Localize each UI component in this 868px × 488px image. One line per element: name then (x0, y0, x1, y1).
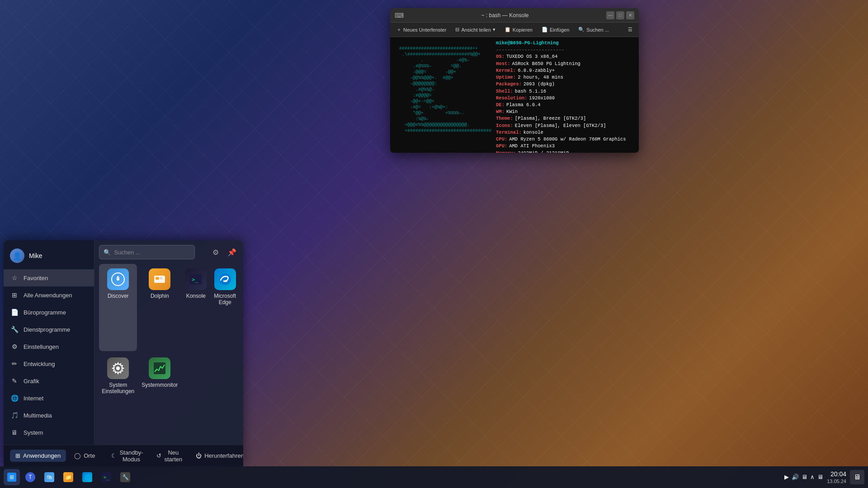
standby-btn[interactable]: ☾ Standby-Modus (106, 446, 148, 465)
sidebar-item-label: Favoriten (24, 275, 48, 282)
volume-icon: 🔊 (792, 474, 799, 480)
svg-rect-3 (156, 277, 159, 280)
desktop-icon: 🖥 (854, 473, 861, 481)
terminal-copy-btn[interactable]: 📋 Kopieren (501, 24, 536, 35)
avatar: 👤 (10, 249, 24, 263)
sidebar-item-grafik[interactable]: ✎ Grafik (4, 372, 94, 389)
sysinfo-resolution: Resolution: 868x488 (496, 95, 626, 102)
sidebar-item-label: Dienstprogramme (24, 326, 70, 333)
multimedia-icon: 🎵 (10, 411, 19, 420)
apps-grid: Discover Dolphin >_ Konsole (99, 264, 239, 440)
app-item-konsole[interactable]: >_ Konsole (182, 264, 209, 351)
sidebar-item-multimedia[interactable]: 🎵 Multimedia (4, 407, 94, 424)
sidebar-username: Mike (29, 252, 42, 259)
sysinfo-cpu: CPU: AMD Ryzen 5 8600G w/ Radeon 760M Gr… (496, 136, 626, 143)
taskbar: ⊞ T 🛍 📁 🌐 >_ 🔧 ▶ 🔊 🖥 ∧ 🖥 20:04 13.05.24 … (0, 466, 868, 488)
sidebar-item-dienstprogramme[interactable]: 🔧 Dienstprogramme (4, 321, 94, 338)
terminal-taskbar-btn[interactable]: >_ (98, 469, 115, 485)
clock-time: 20:04 (827, 470, 846, 478)
sidebar-item-system[interactable]: 🖥 System (4, 424, 94, 441)
settings-btn[interactable]: ⚙ (209, 245, 222, 259)
terminal-title: ~ : bash — Konsole (407, 12, 603, 19)
svg-text:>_: >_ (192, 277, 198, 283)
sysinfo-packages: Packages: 2093 (dpkg) (496, 81, 626, 88)
sysinfo-terminal: Terminal: konsole (496, 129, 626, 136)
expand-icon[interactable]: ∧ (810, 474, 815, 480)
alle-anwendungen-icon: ⊞ (10, 291, 19, 300)
sysinfo-host: Host: ASRock B650 PG Lightning (496, 61, 626, 67)
start-search-row: 🔍 ⚙ 📌 (99, 245, 239, 259)
terminal-view-split-btn[interactable]: ⊟ Ansicht teilen ▾ (452, 24, 499, 35)
tuxedo-icon: T (25, 472, 35, 482)
tuxedo-control-btn[interactable]: T (22, 469, 39, 485)
monitor-icon: 🖥 (817, 474, 823, 480)
discover-taskbar-btn[interactable]: 🛍 (41, 469, 58, 485)
system-icon: 🖥 (10, 428, 19, 437)
sidebar-item-label: Einstellungen (24, 343, 59, 350)
play-icon: ▶ (784, 474, 789, 480)
sysinfo-icons: Icons: Eleven [Plasma], Eleven [GTK2/3] (496, 122, 626, 129)
svg-rect-4 (160, 277, 162, 278)
app-item-system-settings[interactable]: System Einstellungen (99, 353, 137, 440)
app-item-discover[interactable]: Discover (99, 264, 137, 351)
bottom-orte-btn[interactable]: ◯ Orte (69, 450, 100, 462)
systemmonitor-label: Systemmonitor (142, 382, 178, 388)
dolphin-icon (149, 268, 170, 290)
terminal-body[interactable]: ###########################++ .\########… (390, 37, 639, 153)
pin-btn[interactable]: 📌 (225, 245, 239, 259)
terminal-minimize-btn[interactable]: — (606, 11, 614, 19)
start-menu: 👤 Mike ☆ Favoriten ⊞ Alle Anwendungen 📄 … (4, 240, 243, 466)
discover-tb-icon: 🛍 (44, 472, 54, 482)
extra-taskbar-btn[interactable]: 🔧 (117, 469, 134, 485)
bottom-anwendungen-btn[interactable]: ⊞ Anwendungen (10, 450, 66, 462)
sidebar-item-alle-anwendungen[interactable]: ⊞ Alle Anwendungen (4, 286, 94, 304)
sidebar-item-bueroprogramme[interactable]: 📄 Büroprogramme (4, 304, 94, 321)
dienstprogramme-icon: 🔧 (10, 325, 19, 334)
show-desktop-btn[interactable]: 🖥 (850, 470, 864, 484)
anwendungen-icon: ⊞ (15, 452, 20, 459)
start-button[interactable]: ⊞ (4, 469, 20, 485)
terminal-search-btn[interactable]: 🔍 Suchen ... (575, 24, 613, 35)
sidebar-item-label: Entwicklung (24, 361, 55, 367)
app-item-systemmonitor[interactable]: Systemmonitor (139, 353, 180, 440)
avatar-icon: 👤 (13, 252, 22, 260)
sysinfo-kernel: Kernel: 6.8.9-zabbly+ (496, 67, 626, 74)
sidebar-item-einstellungen[interactable]: ⚙ Einstellungen (4, 338, 94, 355)
terminal-ascii-art: ###########################++ .\########… (394, 40, 491, 153)
taskbar-clock[interactable]: 20:04 13.05.24 (827, 470, 846, 484)
sidebar-item-label: Internet (24, 395, 43, 402)
edge-icon (214, 268, 236, 290)
start-apps-panel: 🔍 ⚙ 📌 Discover (94, 240, 243, 445)
taskbar-right: ▶ 🔊 🖥 ∧ 🖥 20:04 13.05.24 🖥 (784, 470, 864, 484)
app-item-edge[interactable]: Microsoft Edge (211, 264, 239, 351)
sysinfo-user-host: mike@B650-PG-Lightning (496, 40, 626, 47)
files-taskbar-btn[interactable]: 📁 (60, 469, 77, 485)
terminal-maximize-btn[interactable]: □ (616, 11, 624, 19)
sidebar-item-internet[interactable]: 🌐 Internet (4, 389, 94, 407)
shutdown-btn[interactable]: ⏻ Herunterfahren (190, 450, 243, 462)
sidebar-user[interactable]: 👤 Mike (4, 244, 94, 267)
terminal-titlebar-icon: ⌨ (395, 12, 404, 19)
app-item-dolphin[interactable]: Dolphin (139, 264, 180, 351)
terminal-sysinfo: mike@B650-PG-Lightning -----------------… (496, 40, 626, 153)
sidebar-item-favoriten[interactable]: ☆ Favoriten (4, 269, 94, 286)
extra-tb-icon: 🔧 (120, 472, 130, 482)
restart-btn[interactable]: ↺ Neu starten (151, 446, 188, 465)
terminal-new-tab-btn[interactable]: ＋ Neues Unterfenster (393, 24, 450, 35)
terminal-close-btn[interactable]: ✕ (626, 11, 634, 19)
terminal-paste-btn[interactable]: 📄 Einfügen (538, 24, 573, 35)
systemmonitor-icon (149, 357, 170, 379)
terminal-tb-icon: >_ (101, 472, 111, 482)
dolphin-label: Dolphin (151, 293, 169, 299)
terminal-window: ⌨ ~ : bash — Konsole — □ ✕ ＋ Neues Unter… (390, 8, 639, 153)
svg-point-9 (116, 366, 120, 370)
edge-taskbar-btn[interactable]: 🌐 (79, 469, 96, 485)
entwicklung-icon: ✏ (10, 359, 19, 368)
sidebar-item-label: Alle Anwendungen (24, 292, 72, 299)
terminal-hamburger-btn[interactable]: ☰ (624, 24, 636, 35)
clock-date: 13.05.24 (827, 478, 846, 484)
start-sidebar: 👤 Mike ☆ Favoriten ⊞ Alle Anwendungen 📄 … (4, 240, 94, 445)
terminal-split-chevron: ▾ (493, 27, 495, 33)
search-input[interactable] (99, 245, 195, 259)
sidebar-item-entwicklung[interactable]: ✏ Entwicklung (4, 355, 94, 372)
